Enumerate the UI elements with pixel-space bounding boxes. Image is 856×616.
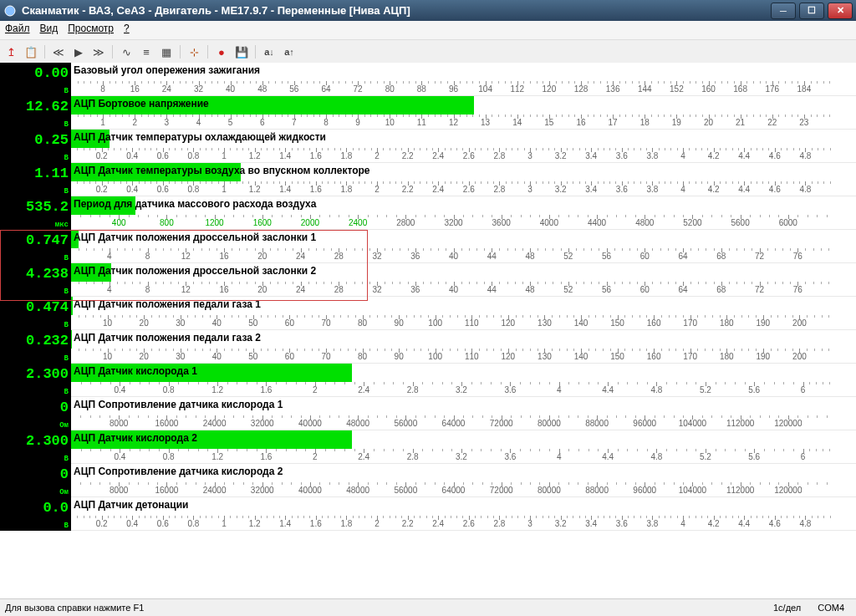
variable-row[interactable]: 12.62ВАЦП Бортовое напряжение12345678910… [0,96,856,130]
tick-label: 160 [701,84,716,94]
variable-row[interactable]: 0.232ВАЦП Датчик положения педали газа 2… [0,330,856,364]
variable-row[interactable]: 0.474ВАЦП Датчик положения педали газа 1… [0,297,856,330]
marker-icon[interactable]: ⊹ [186,44,201,59]
tick-label: 2 [374,185,380,194]
menu-file[interactable]: Файл [5,23,30,39]
toolbar: ↥ 📋 ≪ ▶ ≫ ∿ ≡ ▦ ⊹ ● 💾 a↓ a↑ [0,40,856,64]
font-increase-icon[interactable]: a↑ [282,44,297,59]
tick-label: 50 [248,318,257,328]
variable-row[interactable]: 0ОмАЦП Сопротивление датчика кислорода 1… [0,397,856,430]
tick-label: 3.8 [646,151,658,160]
minimize-button[interactable]: ─ [771,3,796,19]
variable-label: АЦП Бортовое напряжение [74,98,209,109]
value-cell: 0Ом [0,464,71,497]
value-cell: 0.747В [0,230,71,263]
forward-icon[interactable]: ≫ [91,44,106,59]
ruler: 4008001200160020002400280032003600400044… [71,214,856,229]
tick-label: 8 [145,285,150,294]
clipboard-icon[interactable]: 📋 [23,44,38,59]
tick-label: 40 [449,285,458,294]
tick-label: 2.6 [463,519,475,528]
tick-label: 1.8 [340,151,352,160]
menu-view[interactable]: Вид [40,23,59,39]
tick-label: 24 [162,84,171,94]
tick-label: 64 [321,84,330,94]
tick-label: 4.2 [708,151,720,160]
rewind-icon[interactable]: ≪ [51,44,66,59]
bar-track: АЦП Датчик положения педали газа 2102030… [71,330,856,364]
tick-label: 3 [527,185,532,194]
tick-label: 1.8 [340,185,352,194]
tick-label: 1.2 [211,452,223,461]
menu-help[interactable]: ? [124,23,130,39]
tick-label: 136 [606,84,620,94]
tick-label: 3.8 [646,185,658,194]
grid-icon[interactable]: ▦ [159,44,174,59]
variable-row[interactable]: 0.00ВБазовый угол опережения зажигания81… [0,63,856,96]
value-unit: В [64,455,69,463]
tick-label: 1 [222,151,227,160]
tick-label: 52 [563,252,573,261]
variable-row[interactable]: 1.11ВАЦП Датчик температуры воздуха во в… [0,163,856,196]
variable-row[interactable]: 0.25ВАЦП Датчик температуры охлаждающей … [0,130,856,163]
tick-label: 48000 [346,419,369,428]
tick-label: 72 [755,285,764,294]
tick-label: 2 [374,151,380,160]
value-cell: 0Ом [0,397,71,430]
variable-row[interactable]: 0.747ВАЦП Датчик положения дроссельной з… [0,230,856,263]
bar-track: АЦП Датчик положения дроссельной заслонк… [71,263,856,297]
tick-label: 4800 [635,218,654,227]
tick-label: 13 [481,118,490,127]
tick-label: 28 [334,252,344,261]
tick-label: 190 [757,318,771,328]
tick-label: 4 [107,252,112,261]
variable-row[interactable]: 2.300ВАЦП Датчик кислорода 10.40.81.21.6… [0,364,856,397]
tick-label: 4.8 [651,452,663,461]
tick-label: 64 [678,285,687,294]
bars-icon[interactable]: ≡ [139,44,154,59]
tick-label: 4 [196,118,201,127]
tick-label: 9 [355,118,360,127]
maximize-button[interactable]: ☐ [799,3,824,19]
variable-row[interactable]: 535.2мксПериод для датчика массового рас… [0,196,856,230]
tick-label: 16 [219,285,228,294]
menu-preview[interactable]: Просмотр [68,23,114,39]
variable-label: АЦП Датчик кислорода 1 [74,365,197,377]
value-unit: В [64,120,69,129]
variable-row[interactable]: 4.238ВАЦП Датчик положения дроссельной з… [0,263,856,297]
tick-label: 184 [797,84,812,94]
value-cell: 4.238В [0,263,71,297]
ruler: 8000160002400032000400004800056000640007… [71,415,856,430]
wave-icon[interactable]: ∿ [119,44,134,59]
value-cell: 535.2мкс [0,196,71,230]
variable-row[interactable]: 0.0ВАЦП Датчик детонации0.20.40.60.811.2… [0,497,856,531]
bar-track: АЦП Бортовое напряжение12345678910111213… [71,96,856,130]
save-icon[interactable]: 💾 [234,44,249,59]
font-decrease-icon[interactable]: a↓ [262,44,277,59]
play-icon[interactable]: ▶ [71,44,86,59]
tick-label: 56000 [394,486,417,495]
tick-label: 2.4 [358,385,369,395]
tick-label: 40 [212,318,222,328]
up-arrow-icon[interactable]: ↥ [3,44,18,59]
tick-label: 4.4 [602,385,614,395]
tick-label: 0.6 [157,151,169,160]
ruler: 0.20.40.60.811.21.41.61.822.22.42.62.833… [71,147,856,162]
tick-label: 130 [538,318,552,328]
tick-label: 8000 [110,486,128,495]
close-button[interactable]: ✕ [828,3,853,19]
tick-label: 16 [576,118,585,127]
variable-row[interactable]: 0ОмАЦП Сопротивление датчика кислорода 2… [0,464,856,497]
tick-label: 1.6 [310,185,322,194]
tick-label: 72 [354,84,363,94]
tick-label: 5200 [683,218,701,227]
variable-label: АЦП Сопротивление датчика кислорода 1 [74,399,283,410]
variable-label: АЦП Датчик положения педали газа 2 [74,332,261,344]
tick-label: 64 [678,252,687,261]
tick-label: 176 [765,84,779,94]
tick-label: 2 [313,385,318,395]
variable-row[interactable]: 2.300ВАЦП Датчик кислорода 20.40.81.21.6… [0,430,856,464]
tick-label: 1.2 [249,185,261,194]
tick-label: 18 [640,118,650,127]
record-icon[interactable]: ● [214,44,229,59]
